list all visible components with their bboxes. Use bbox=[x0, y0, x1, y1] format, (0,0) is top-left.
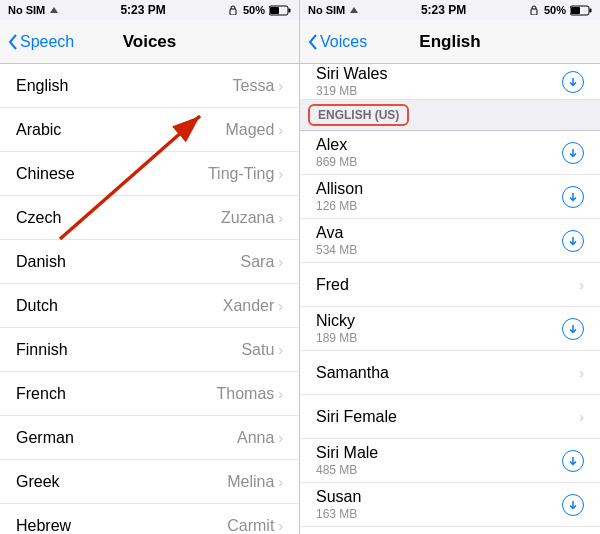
voice-item-fred[interactable]: Fred › bbox=[300, 263, 600, 307]
voice-name-ava: Ava bbox=[316, 224, 357, 242]
voice-name-nicky: Nicky bbox=[316, 312, 357, 330]
item-label-arabic: Arabic bbox=[16, 121, 61, 139]
item-label-german: German bbox=[16, 429, 74, 447]
item-value-czech: Zuzana bbox=[221, 209, 274, 227]
item-right-greek: Melina › bbox=[227, 473, 283, 491]
back-label-right: Voices bbox=[320, 33, 367, 51]
chevron-icon-dutch: › bbox=[278, 298, 283, 314]
download-icon-siri-male[interactable] bbox=[562, 450, 584, 472]
chevron-icon-german: › bbox=[278, 430, 283, 446]
item-value-hebrew: Carmit bbox=[227, 517, 274, 535]
battery-pct-right: 50% bbox=[544, 4, 566, 16]
chevron-icon-samantha: › bbox=[579, 365, 584, 381]
item-label-hebrew: Hebrew bbox=[16, 517, 71, 535]
item-right-arabic: Maged › bbox=[225, 121, 283, 139]
download-icon-nicky[interactable] bbox=[562, 318, 584, 340]
list-item-german[interactable]: German Anna › bbox=[0, 416, 299, 460]
section-label-english-us: ENGLISH (US) bbox=[308, 104, 409, 126]
voice-name-samantha: Samantha bbox=[316, 364, 389, 382]
list-item-chinese[interactable]: Chinese Ting-Ting › bbox=[0, 152, 299, 196]
nav-bar-left: Speech Voices bbox=[0, 20, 299, 64]
list-item-czech[interactable]: Czech Zuzana › bbox=[0, 196, 299, 240]
carrier-left: No SIM bbox=[8, 4, 45, 16]
voice-item-siri-female[interactable]: Siri Female › bbox=[300, 395, 600, 439]
item-right-finnish: Satu › bbox=[241, 341, 283, 359]
download-arrow-siri-male bbox=[568, 456, 578, 466]
list-item-finnish[interactable]: Finnish Satu › bbox=[0, 328, 299, 372]
item-label-chinese: Chinese bbox=[16, 165, 75, 183]
voice-info-ava: Ava 534 MB bbox=[316, 224, 357, 257]
download-icon-ava[interactable] bbox=[562, 230, 584, 252]
voice-info-fred: Fred bbox=[316, 276, 349, 294]
list-item-danish[interactable]: Danish Sara › bbox=[0, 240, 299, 284]
voice-item-samantha[interactable]: Samantha › bbox=[300, 351, 600, 395]
voice-item-susan[interactable]: Susan 163 MB bbox=[300, 483, 600, 527]
chevron-icon-siri-female: › bbox=[579, 409, 584, 425]
voice-item-alex[interactable]: Alex 869 MB bbox=[300, 131, 600, 175]
voice-info-samantha: Samantha bbox=[316, 364, 389, 382]
voice-item-ava[interactable]: Ava 534 MB bbox=[300, 219, 600, 263]
list-item-french[interactable]: French Thomas › bbox=[0, 372, 299, 416]
item-value-danish: Sara bbox=[241, 253, 275, 271]
item-label-greek: Greek bbox=[16, 473, 60, 491]
voice-info-alex: Alex 869 MB bbox=[316, 136, 357, 169]
item-value-finnish: Satu bbox=[241, 341, 274, 359]
download-arrow-nicky bbox=[568, 324, 578, 334]
voice-item-siri-male[interactable]: Siri Male 485 MB bbox=[300, 439, 600, 483]
lock-icon-right bbox=[528, 5, 540, 15]
chevron-icon-chinese: › bbox=[278, 166, 283, 182]
lock-icon-left bbox=[227, 5, 239, 15]
time-left: 5:23 PM bbox=[120, 3, 165, 17]
item-value-french: Thomas bbox=[217, 385, 275, 403]
voice-size-alex: 869 MB bbox=[316, 155, 357, 169]
list-item-greek[interactable]: Greek Melina › bbox=[0, 460, 299, 504]
download-icon-allison[interactable] bbox=[562, 186, 584, 208]
download-icon-siri-wales[interactable] bbox=[562, 71, 584, 93]
voice-item-nicky[interactable]: Nicky 189 MB bbox=[300, 307, 600, 351]
chevron-icon-greek: › bbox=[278, 474, 283, 490]
item-label-czech: Czech bbox=[16, 209, 61, 227]
voice-item-allison[interactable]: Allison 126 MB bbox=[300, 175, 600, 219]
download-icon-alex[interactable] bbox=[562, 142, 584, 164]
voice-info-siri-female: Siri Female bbox=[316, 408, 397, 426]
chevron-icon-french: › bbox=[278, 386, 283, 402]
nav-bar-right: Voices English bbox=[300, 20, 600, 64]
item-right-dutch: Xander › bbox=[223, 297, 283, 315]
item-right-chinese: Ting-Ting › bbox=[208, 165, 283, 183]
chevron-icon-finnish: › bbox=[278, 342, 283, 358]
download-arrow-susan bbox=[568, 500, 578, 510]
svg-rect-11 bbox=[589, 8, 591, 12]
chevron-icon-hebrew: › bbox=[278, 518, 283, 534]
list-item-english[interactable]: English Tessa › bbox=[0, 64, 299, 108]
item-value-greek: Melina bbox=[227, 473, 274, 491]
voice-name-siri-male: Siri Male bbox=[316, 444, 378, 462]
chevron-left-icon-right bbox=[308, 34, 318, 50]
wifi-icon-right bbox=[349, 5, 359, 15]
back-button-left[interactable]: Speech bbox=[8, 33, 74, 51]
voice-info-nicky: Nicky 189 MB bbox=[316, 312, 357, 345]
voice-name-siri-female: Siri Female bbox=[316, 408, 397, 426]
download-arrow-alex bbox=[568, 148, 578, 158]
voice-size-siri-wales: 319 MB bbox=[316, 84, 387, 98]
item-right-hebrew: Carmit › bbox=[227, 517, 283, 535]
download-icon-susan[interactable] bbox=[562, 494, 584, 516]
list-item-hebrew[interactable]: Hebrew Carmit › bbox=[0, 504, 299, 534]
nav-title-left: Voices bbox=[123, 32, 177, 52]
voice-info-siri-wales: Siri Wales 319 MB bbox=[316, 65, 387, 98]
voices-list: English Tessa › Arabic Maged › Chinese T… bbox=[0, 64, 299, 534]
chevron-icon-english: › bbox=[278, 78, 283, 94]
list-item-arabic[interactable]: Arabic Maged › bbox=[0, 108, 299, 152]
voice-item-tom[interactable]: Tom 466 MB bbox=[300, 527, 600, 534]
svg-marker-7 bbox=[350, 7, 358, 13]
voice-info-allison: Allison 126 MB bbox=[316, 180, 363, 213]
chevron-icon-czech: › bbox=[278, 210, 283, 226]
back-label-left: Speech bbox=[20, 33, 74, 51]
item-right-czech: Zuzana › bbox=[221, 209, 283, 227]
svg-rect-10 bbox=[571, 7, 580, 14]
list-item-dutch[interactable]: Dutch Xander › bbox=[0, 284, 299, 328]
voice-item-siri-wales[interactable]: Siri Wales 319 MB bbox=[300, 64, 600, 100]
status-right-left: 50% bbox=[227, 4, 291, 16]
voice-name-fred: Fred bbox=[316, 276, 349, 294]
status-left-right: No SIM bbox=[308, 4, 359, 16]
back-button-right[interactable]: Voices bbox=[308, 33, 367, 51]
